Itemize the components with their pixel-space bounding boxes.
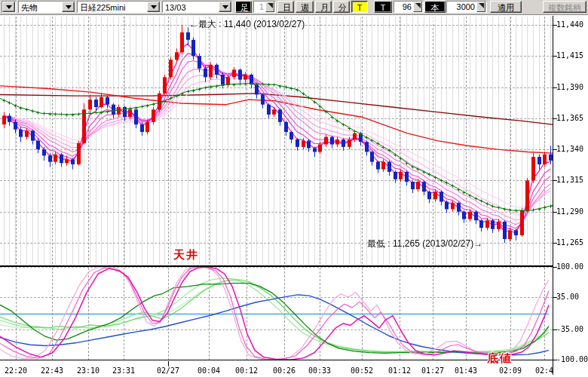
symbol-select[interactable]: 日経225mini: [77, 1, 161, 13]
time-axis-label: 22:43: [34, 366, 70, 375]
bar-type-button[interactable]: 足: [235, 1, 252, 13]
collapsed-combo[interactable]: [2, 1, 17, 13]
multi-symbol-button[interactable]: 複数銘柄: [543, 1, 586, 13]
price-axis-label: 11,440: [556, 20, 583, 29]
price-axis-label: 11,290: [556, 207, 583, 216]
period-month-button[interactable]: 月: [315, 1, 332, 13]
time-axis-label: 02:09: [492, 366, 528, 375]
oscillator-axis-label: 35.00: [556, 293, 579, 301]
period-minute-button[interactable]: 分: [333, 1, 350, 13]
bar-interval-field[interactable]: 1: [253, 1, 276, 13]
ceiling-marker: 天井: [173, 248, 199, 262]
tick-count-value: 96: [401, 2, 413, 13]
price-axis-label: 11,415: [556, 51, 583, 60]
oscillator-axis-label: -35.00: [556, 325, 583, 333]
bar-count-button[interactable]: 本数: [424, 1, 446, 13]
time-axis-label: 01:12: [381, 366, 418, 375]
oscillator-axis-label: 100.00: [556, 262, 583, 271]
contract-select[interactable]: 13/03: [162, 1, 232, 13]
spinner-icon[interactable]: [413, 2, 422, 12]
chevron-down-icon[interactable]: [147, 2, 160, 12]
chevron-down-icon[interactable]: [2, 2, 15, 12]
chevron-down-icon[interactable]: [62, 2, 75, 12]
price-axis-label: 11,265: [556, 238, 583, 247]
tick-count-button[interactable]: T: [374, 1, 392, 13]
oscillator-axis-label: -100.00: [556, 355, 588, 363]
spinner-icon[interactable]: [476, 2, 485, 12]
time-axis-label: 01:43: [448, 366, 484, 375]
time-axis-label: 23:10: [70, 366, 106, 375]
period-day-button[interactable]: 日: [277, 1, 294, 13]
price-axis-label: 11,365: [556, 114, 583, 122]
chart-plot[interactable]: [0, 0, 588, 377]
spinner-icon[interactable]: [265, 2, 274, 12]
time-axis-label: 02/27: [150, 366, 186, 375]
time-axis-label: 23:31: [106, 366, 142, 375]
time-axis-label: 00:33: [302, 366, 338, 375]
time-axis-label: 00:52: [344, 366, 380, 375]
bar-count-field[interactable]: 3000: [446, 1, 487, 13]
bar-interval-value: 1: [258, 2, 265, 13]
toolbar: 先物 日経225mini 13/03 足 1 日 週 月 分 T T 96 本数…: [0, 0, 588, 15]
category-select[interactable]: 先物: [18, 1, 75, 13]
apply-button[interactable]: 適用: [490, 1, 522, 13]
contract-value: 13/03: [163, 2, 219, 12]
min-annotation: 最低 : 11,265 (2013/02/27)→: [367, 238, 482, 250]
price-axis-label: 11,390: [556, 83, 583, 91]
time-axis-label: 00:26: [266, 366, 302, 375]
tick-count-field[interactable]: 96: [394, 1, 424, 13]
bottom-marker: 底値: [487, 351, 513, 366]
time-axis-label: 02:4: [526, 366, 562, 375]
time-axis-label: 00:04: [191, 366, 227, 375]
time-axis-label: 01:27: [415, 366, 451, 375]
symbol-value: 日経225mini: [78, 2, 147, 12]
time-axis-label: 00:12: [228, 366, 265, 375]
chart-window: 先物 日経225mini 13/03 足 1 日 週 月 分 T T 96 本数…: [0, 0, 588, 377]
max-annotation: ←最大 : 11,440 (2013/02/27): [189, 18, 305, 31]
category-value: 先物: [19, 2, 62, 12]
price-axis-label: 11,340: [556, 145, 583, 153]
chevron-down-icon[interactable]: [219, 2, 231, 12]
tick-mode-button[interactable]: T: [351, 1, 368, 13]
bar-count-value: 3000: [455, 2, 476, 13]
price-axis-label: 11,315: [556, 176, 583, 184]
time-axis-label: 22:20: [0, 366, 34, 375]
period-week-button[interactable]: 週: [296, 1, 314, 13]
